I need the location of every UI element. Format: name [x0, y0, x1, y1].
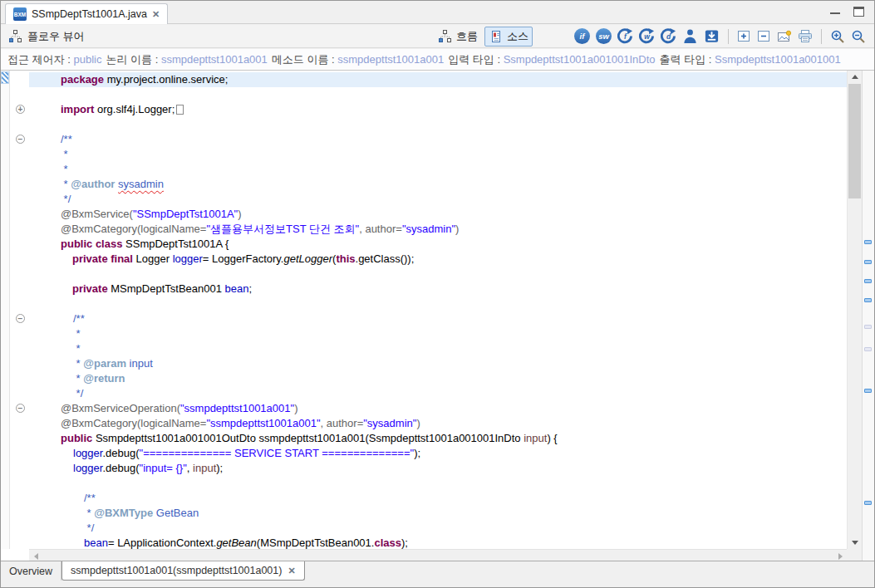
do-while-loop-icon[interactable]: d [661, 28, 676, 44]
code-line: * @author sysadmin [29, 177, 847, 192]
code-line: */ [29, 521, 847, 536]
method-tab-label: ssmpdepttst1001a001(ssmpdepttst1001a001) [71, 565, 282, 576]
maximize-view-icon[interactable] [853, 7, 864, 17]
flow-mode-button[interactable]: 흐름 [433, 27, 482, 47]
code-line: @BxmService("SSmpDeptTst1001A") [29, 207, 847, 222]
flow-icon [439, 30, 451, 42]
code-line: @BxmServiceOperation("ssmpdepttst1001a00… [29, 401, 847, 416]
code-line: @BxmCategory(logicalName="샘플용부서정보TST 단건 … [29, 222, 847, 237]
while-loop-icon[interactable]: w [639, 28, 655, 44]
code-line: public class SSmpDeptTst1001A { [29, 237, 847, 252]
actor-icon[interactable] [682, 28, 698, 44]
code-lines: package my.project.online.service;import… [29, 71, 847, 549]
code-line: * [29, 341, 847, 356]
code-line [29, 117, 847, 132]
infobar-field: 접근 제어자 : public [7, 52, 101, 67]
method-infobar: 접근 제어자 : public논리 이름 : ssmpdepttst1001a0… [1, 49, 874, 71]
fold-column: +−−− [11, 71, 29, 549]
code-line: logger.debug("input= {}", input); [29, 461, 847, 476]
scroll-up-icon[interactable] [848, 71, 862, 83]
code-line: * @param input [29, 356, 847, 371]
editor-tab-title: SSmpDeptTst1001A.java [32, 8, 147, 20]
vertical-scroll-thumb[interactable] [848, 84, 861, 198]
if-icon[interactable]: if [574, 28, 590, 44]
flow-viewer-window: BXM SSmpDeptTst1001A.java 플로우 뷰어 흐름 [0, 0, 875, 588]
collapse-all-icon[interactable] [757, 30, 771, 42]
export-image-icon[interactable] [777, 30, 792, 43]
code-line: import org.slf4j.Logger; [29, 102, 847, 117]
flow-viewer-toolbar: 플로우 뷰어 흐름 소스 if sw f [1, 25, 874, 48]
code-line: private final Logger logger= LoggerFacto… [29, 252, 847, 267]
code-line: */ [29, 192, 847, 207]
print-icon[interactable] [798, 30, 813, 43]
import-icon[interactable] [704, 28, 720, 44]
left-ruler [1, 71, 10, 549]
overview-annotation-mark[interactable] [864, 298, 872, 302]
code-line [29, 267, 847, 282]
zoom-in-icon[interactable] [830, 29, 845, 44]
zoom-out-icon[interactable] [851, 29, 866, 44]
expand-all-icon[interactable] [737, 30, 751, 42]
fold-minus-icon[interactable]: − [16, 404, 25, 413]
range-indicator [1, 71, 9, 84]
tab-close-icon[interactable] [152, 10, 160, 19]
overview-annotation-mark[interactable] [864, 260, 872, 264]
code-line [29, 476, 847, 491]
code-line: * [29, 326, 847, 341]
overview-annotation-mark[interactable] [864, 501, 872, 505]
tab-overview[interactable]: Overview [1, 561, 61, 581]
flow-viewer-title: 플로우 뷰어 [7, 29, 85, 44]
code-line: * @BXMType GetBean [29, 506, 847, 521]
source-icon [490, 30, 502, 43]
code-line: public Ssmpdepttst1001a001001OutDto ssmp… [29, 431, 847, 446]
infobar-field: 논리 이름 : ssmpdepttst1001a001 [106, 52, 267, 67]
bxm-file-icon: BXM [13, 7, 27, 21]
code-line: * @return [29, 371, 847, 386]
source-editor[interactable]: +−−− package my.project.online.service;i… [1, 71, 874, 562]
source-button-label: 소스 [507, 29, 528, 44]
editor-tabbar: BXM SSmpDeptTst1001A.java [1, 1, 874, 24]
overview-annotation-mark[interactable] [864, 279, 872, 283]
overview-annotation-mark[interactable] [864, 347, 872, 351]
code-line: package my.project.online.service; [29, 72, 847, 87]
code-line: /** [29, 132, 847, 147]
overview-annotation-mark[interactable] [864, 325, 872, 329]
fold-minus-icon[interactable]: − [16, 314, 25, 323]
flow-view-icon [9, 30, 22, 42]
bottom-tabbar: Overview ssmpdepttst1001a001(ssmpdepttst… [1, 561, 874, 587]
code-line: @BxmCategory(logicalName="ssmpdepttst100… [29, 416, 847, 431]
infobar-field: 출력 타입 : Ssmpdepttst1001a001001 [660, 52, 841, 67]
code-line: * [29, 162, 847, 177]
infobar-fields: 접근 제어자 : public논리 이름 : ssmpdepttst1001a0… [7, 52, 845, 67]
collapsed-imports-box[interactable] [176, 105, 184, 115]
code-line: /** [29, 311, 847, 326]
code-line: * [29, 147, 847, 162]
overview-tab-label: Overview [9, 566, 52, 577]
editor-tab[interactable]: BXM SSmpDeptTst1001A.java [5, 3, 168, 24]
code-line: bean= LApplicationContext.getBean(MSmpDe… [29, 536, 847, 549]
method-tab-close-icon[interactable] [288, 566, 295, 576]
fold-minus-icon[interactable]: − [16, 135, 25, 144]
code-view[interactable]: package my.project.online.service;import… [29, 71, 847, 549]
code-line: */ [29, 386, 847, 401]
code-line: /** [29, 491, 847, 506]
infobar-field: 메소드 이름 : ssmpdepttst1001a001 [272, 52, 444, 67]
code-line [29, 296, 847, 311]
source-mode-button[interactable]: 소스 [484, 27, 533, 47]
overview-ruler[interactable] [862, 71, 874, 562]
flow-viewer-label: 플로우 뷰어 [27, 29, 85, 44]
scroll-down-icon[interactable] [848, 537, 862, 549]
infobar-field: 입력 타입 : Ssmpdepttst1001a001001InDto [448, 52, 655, 67]
flow-button-label: 흐름 [456, 29, 478, 44]
switch-icon[interactable]: sw [596, 28, 612, 44]
vertical-scrollbar[interactable] [847, 71, 862, 549]
for-loop-icon[interactable]: f [617, 28, 633, 44]
code-line [29, 87, 847, 102]
fold-plus-icon[interactable]: + [16, 105, 25, 114]
overview-annotation-mark[interactable] [864, 240, 872, 244]
overview-annotation-mark[interactable] [864, 389, 872, 393]
code-line: private MSmpDeptTstBean001 bean; [29, 282, 847, 296]
code-line: logger.debug("============== SERVICE STA… [29, 446, 847, 461]
tab-method[interactable]: ssmpdepttst1001a001(ssmpdepttst1001a001) [61, 561, 305, 581]
minimize-view-icon[interactable] [830, 12, 840, 17]
